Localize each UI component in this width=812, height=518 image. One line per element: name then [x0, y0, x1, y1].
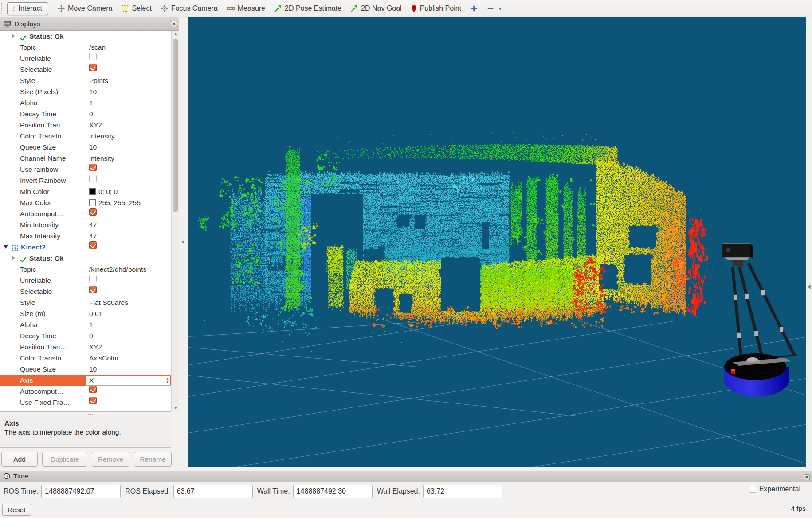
tree-row-autocomput-[interactable]: Autocomput… [0, 386, 171, 397]
property-value[interactable]: 0 [86, 108, 171, 119]
checkbox-unchecked[interactable] [89, 175, 97, 182]
property-value[interactable]: 1 [86, 319, 171, 330]
property-value[interactable]: XYZ [86, 119, 171, 130]
expander-icon[interactable] [12, 34, 15, 38]
time-field-input-0[interactable] [41, 485, 121, 498]
color-value[interactable]: 0; 0; 0 [86, 186, 171, 197]
tree-row-kinect2[interactable]: Kinect2 [0, 241, 171, 253]
tree-row-selectable[interactable]: Selectable [0, 64, 171, 75]
tool-interact[interactable]: ☝Interact [7, 2, 48, 15]
tree-row-unreliable[interactable]: Unreliable [0, 53, 171, 64]
time-field-input-2[interactable] [293, 485, 373, 498]
tool-select[interactable]: Select [122, 4, 151, 12]
tree-row-queue-size[interactable]: Queue Size10 [0, 364, 171, 375]
tree-row-axis[interactable]: AxisX▲▼ [0, 375, 171, 386]
tree-row-topic[interactable]: Topic/kinect2/qhd/points [0, 264, 171, 275]
tree-row-unreliable[interactable]: Unreliable [0, 275, 171, 286]
tree-row-autocomput-[interactable]: Autocomput… [0, 208, 171, 219]
checkbox-unchecked[interactable] [89, 53, 97, 60]
checkbox-checked[interactable] [89, 397, 97, 404]
3d-viewport[interactable] [188, 17, 806, 467]
tree-row-status-ok[interactable]: Status: Ok [0, 31, 171, 42]
tree-row-alpha[interactable]: Alpha1 [0, 97, 171, 108]
rename-button[interactable]: Rename [134, 452, 172, 467]
checkbox-checked[interactable] [89, 64, 97, 71]
tree-row-color-transfo-[interactable]: Color Transfo…Intensity [0, 130, 171, 142]
property-value[interactable]: 47 [86, 219, 171, 230]
tree-row-decay-time[interactable]: Decay Time0 [0, 108, 171, 119]
tree-row-status-ok[interactable]: Status: Ok [0, 253, 171, 264]
tree-row-topic[interactable]: Topic/scan [0, 42, 171, 53]
tree-row-style[interactable]: StyleFlat Squares [0, 297, 171, 308]
tool-pose-estimate[interactable]: 2D Pose Estimate [275, 4, 341, 12]
property-value[interactable]: 1 [86, 97, 171, 108]
tool-publish-point[interactable]: Publish Point [411, 4, 461, 12]
tree-row-size-m-[interactable]: Size (m)0.01 [0, 308, 171, 319]
checkbox-checked[interactable] [89, 164, 97, 171]
tool-focus-camera[interactable]: Focus Camera [161, 4, 218, 12]
tree-row-alpha[interactable]: Alpha1 [0, 319, 171, 330]
tree-row-max-color[interactable]: Max Color255; 255; 255 [0, 197, 171, 208]
tree-row-selectable[interactable]: Selectable [0, 286, 171, 297]
checkbox-checked[interactable] [89, 241, 97, 249]
tool-remove-tool[interactable]: ▼ [487, 5, 502, 12]
checkbox-checked[interactable] [89, 286, 97, 293]
dropdown-caret-icon[interactable]: ▼ [498, 6, 502, 11]
property-value[interactable]: 47 [86, 230, 171, 241]
property-value[interactable]: Intensity [86, 130, 171, 142]
checkbox-checked[interactable] [89, 208, 97, 216]
tool-measure[interactable]: Measure [227, 4, 265, 12]
expander-icon[interactable] [4, 245, 8, 249]
panel-splitter[interactable] [179, 17, 188, 467]
property-value[interactable]: 0.01 [86, 308, 171, 319]
time-field-input-3[interactable] [423, 485, 502, 498]
tree-row-position-tran-[interactable]: Position Tran…XYZ [0, 341, 171, 352]
tool-nav-goal[interactable]: 2D Nav Goal [351, 4, 402, 12]
remove-button[interactable]: Remove [92, 452, 129, 467]
tool-add-tool[interactable] [471, 5, 478, 12]
property-value[interactable]: AxisColor [86, 352, 171, 364]
tool-move-camera[interactable]: Move Camera [58, 4, 112, 12]
time-field-input-1[interactable] [173, 485, 253, 498]
displays-scrollbar[interactable]: ▲ ▼ [171, 31, 179, 412]
property-value[interactable]: /scan [86, 42, 171, 53]
experimental-option[interactable]: Experimental [749, 485, 800, 493]
right-dock-strip[interactable] [806, 17, 812, 467]
property-value[interactable]: 0 [86, 330, 171, 341]
checkbox-unchecked[interactable] [89, 275, 97, 282]
property-value[interactable]: /kinect2/qhd/points [86, 264, 171, 275]
color-value[interactable]: 255; 255; 255 [86, 197, 171, 208]
tree-row-channel-name[interactable]: Channel Nameintensity [0, 153, 171, 164]
tree-row-invert-rainbow[interactable]: Invert Rainbow [0, 175, 171, 186]
checkbox-checked[interactable] [89, 386, 97, 393]
property-value[interactable]: 10 [86, 142, 171, 153]
tree-row-color-transfo-[interactable]: Color Transfo…AxisColor [0, 352, 171, 364]
tree-row-style[interactable]: StylePoints [0, 75, 171, 86]
tree-splitter[interactable] [0, 412, 171, 416]
duplicate-button[interactable]: Duplicate [42, 452, 87, 467]
tree-row-use-fixed-fra-[interactable]: Use Fixed Fra… [0, 397, 171, 408]
collapse-right-icon[interactable] [808, 285, 811, 289]
tree-row-max-intensity[interactable]: Max Intensity47 [0, 230, 171, 241]
property-value[interactable]: intensity [86, 153, 171, 164]
tree-row-decay-time[interactable]: Decay Time0 [0, 330, 171, 341]
experimental-checkbox[interactable] [749, 486, 756, 493]
displays-close-icon[interactable]: ✖ [171, 21, 177, 27]
property-value[interactable]: Points [86, 75, 171, 86]
collapse-left-icon[interactable] [181, 240, 184, 244]
property-value[interactable]: 10 [86, 364, 171, 375]
axis-combo[interactable]: X▲▼ [86, 375, 171, 386]
tree-row-min-intensity[interactable]: Min Intensity47 [0, 219, 171, 230]
scrollbar-thumb[interactable] [173, 39, 178, 212]
reset-button[interactable]: Reset [2, 504, 31, 516]
tree-row-size-pixels-[interactable]: Size (Pixels)10 [0, 86, 171, 97]
expander-icon[interactable] [12, 256, 15, 260]
tree-row-min-color[interactable]: Min Color0; 0; 0 [0, 186, 171, 197]
property-value[interactable]: 10 [86, 86, 171, 97]
tree-row-queue-size[interactable]: Queue Size10 [0, 142, 171, 153]
property-value[interactable]: Flat Squares [86, 297, 171, 308]
time-close-icon[interactable]: ✖ [804, 474, 810, 480]
add-button[interactable]: Add [1, 452, 38, 467]
tree-row-position-tran-[interactable]: Position Tran…XYZ [0, 119, 171, 130]
tree-row-use-rainbow[interactable]: Use rainbow [0, 164, 171, 175]
